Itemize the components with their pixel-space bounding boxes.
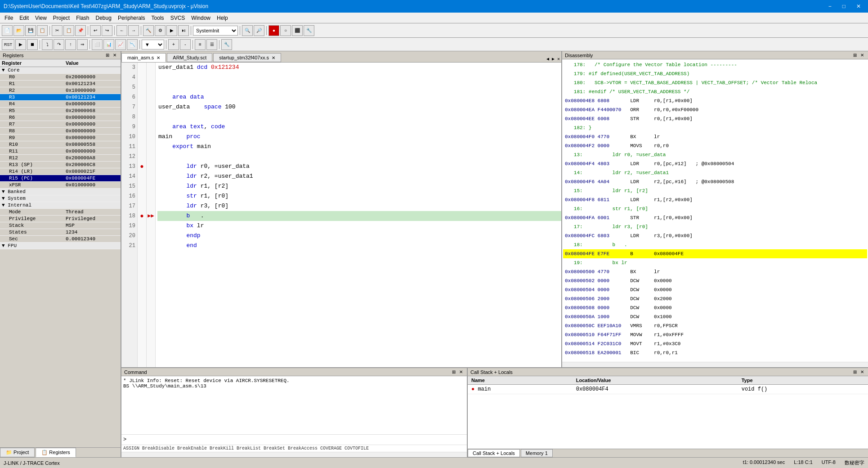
menu-project[interactable]: Project xyxy=(50,14,72,22)
registers-dock-icon[interactable]: ⊞ xyxy=(104,52,111,58)
menu-tools[interactable]: Tools xyxy=(149,14,167,22)
maximize-button[interactable]: □ xyxy=(839,2,849,10)
register-row[interactable]: R60x00000000 xyxy=(0,114,121,121)
runto-btn[interactable]: ⇒ xyxy=(77,39,88,50)
register-row[interactable]: ▼ Internal xyxy=(0,202,121,209)
breakpoint-indicator[interactable] xyxy=(138,181,146,191)
callstack-row[interactable]: ● main0x080004F4void f() xyxy=(468,385,868,394)
menu-view[interactable]: View xyxy=(32,14,49,22)
menu-flash[interactable]: Flash xyxy=(73,14,92,22)
tab-main-asm[interactable]: main_asm.s ✕ xyxy=(121,53,166,62)
breakpoint-indicator[interactable] xyxy=(138,231,146,241)
build-btn[interactable]: 🔨 xyxy=(143,25,154,36)
tab-scroll-left[interactable]: ◀ xyxy=(545,56,550,62)
register-row[interactable]: R50x20000068 xyxy=(0,108,121,114)
disasm-hscroll[interactable] xyxy=(562,362,868,367)
register-row[interactable]: R10x00121234 xyxy=(0,81,121,87)
breakpoint-indicator[interactable] xyxy=(138,82,146,92)
extra2-btn[interactable]: ☰ xyxy=(206,39,217,50)
tab-memory-1[interactable]: Memory 1 xyxy=(521,449,553,457)
search-btn[interactable]: 🔍 xyxy=(242,25,253,36)
wnd4-btn[interactable]: 📉 xyxy=(127,39,138,50)
copy-btn[interactable]: 📋 xyxy=(63,25,74,36)
register-row[interactable]: States1234 xyxy=(0,229,121,236)
breakpoint-indicator[interactable] xyxy=(138,122,146,132)
menu-peripherals[interactable]: Peripherals xyxy=(115,14,148,22)
paste-btn[interactable]: 📌 xyxy=(75,25,86,36)
tab-arm-study[interactable]: ARM_Study.sct xyxy=(167,53,212,62)
tab-callstack-locals[interactable]: Call Stack + Locals xyxy=(468,449,520,457)
breakpoint-indicator[interactable] xyxy=(138,102,146,112)
tab-project[interactable]: 📁 Project xyxy=(0,448,35,457)
disasm-content[interactable]: 178: /* Configure the Vector Table locat… xyxy=(562,59,868,362)
tool-btn[interactable]: 🔧 xyxy=(221,39,232,50)
build2-btn[interactable]: ⚙ xyxy=(155,25,166,36)
register-row[interactable]: R14 (LR)0x0800021F xyxy=(0,168,121,175)
redo-btn[interactable]: ↪ xyxy=(102,25,112,36)
nav-back-btn[interactable]: ← xyxy=(116,25,127,36)
breakpoint-indicator[interactable] xyxy=(138,112,146,122)
register-row[interactable]: StackMSP xyxy=(0,222,121,229)
breakpoint-indicator[interactable]: ● xyxy=(138,211,146,221)
register-row[interactable]: R15 (PC)0x080004FE xyxy=(0,175,121,182)
register-row[interactable]: Sec0.00012340 xyxy=(0,236,121,243)
breakpoint-indicator[interactable] xyxy=(138,142,146,152)
callstack-float-icon[interactable]: ⊞ xyxy=(852,369,858,375)
open-btn[interactable]: 📂 xyxy=(13,25,24,36)
wnd3-btn[interactable]: 📈 xyxy=(115,39,126,50)
zoom-btn[interactable]: + xyxy=(168,39,179,50)
breakpoint-indicator[interactable] xyxy=(138,171,146,181)
code-text-area[interactable]: user_data1 dcd 0x121234 area datauser_da… xyxy=(156,63,561,367)
breakpoint-indicator[interactable] xyxy=(138,63,146,72)
stop-btn[interactable]: ⏹ xyxy=(27,39,38,50)
editor-close[interactable]: ✕ xyxy=(556,56,561,62)
menu-file[interactable]: File xyxy=(2,14,16,22)
run-btn[interactable]: ▶ xyxy=(15,39,26,50)
breakpoint-indicator[interactable] xyxy=(138,72,146,82)
disasm-close-icon[interactable]: ✕ xyxy=(859,52,865,58)
code-editor[interactable]: 3456789101112131415161718192021 ●● ▶▶ us… xyxy=(121,63,561,367)
callstack-close-icon[interactable]: ✕ xyxy=(859,369,865,375)
cmd-hscroll[interactable] xyxy=(121,452,467,457)
zoom2-btn[interactable]: - xyxy=(180,39,191,50)
breakpoint-indicator[interactable]: ● xyxy=(138,162,146,171)
disasm-float-icon[interactable]: ⊞ xyxy=(852,52,858,58)
inspect-btn[interactable]: 🔎 xyxy=(254,25,264,36)
config-btn[interactable]: 🔧 xyxy=(304,25,314,36)
menu-debug[interactable]: Debug xyxy=(93,14,114,22)
breakpoint-indicator[interactable] xyxy=(138,152,146,162)
target-combo[interactable]: SystemInit xyxy=(193,26,238,36)
menu-svcs[interactable]: SVCS xyxy=(168,14,188,22)
register-row[interactable]: R40x00000000 xyxy=(0,101,121,108)
command-close-icon[interactable]: ✕ xyxy=(458,369,464,375)
register-row[interactable]: ▼ Core xyxy=(0,67,121,74)
tab-startup[interactable]: startup_stm32f407xx.s ✕ xyxy=(213,53,281,62)
stepin-btn[interactable]: ⤵ xyxy=(42,39,53,50)
stepout-btn[interactable]: ↑ xyxy=(65,39,76,50)
view-combo[interactable]: ▼ xyxy=(142,40,164,50)
register-row[interactable]: ModeThread xyxy=(0,209,121,216)
tab-startup-close[interactable]: ✕ xyxy=(272,55,275,60)
build3-btn[interactable]: ▶ xyxy=(166,25,177,36)
extra-btn[interactable]: ≡ xyxy=(195,39,206,50)
breakpoint-indicator[interactable] xyxy=(138,221,146,231)
menu-window[interactable]: Window xyxy=(188,14,213,22)
register-row[interactable]: R90x00000000 xyxy=(0,135,121,141)
nav-fwd-btn[interactable]: → xyxy=(128,25,139,36)
close-button[interactable]: ✕ xyxy=(853,2,864,10)
menu-edit[interactable]: Edit xyxy=(17,14,31,22)
menu-help[interactable]: Help xyxy=(214,14,231,22)
new-btn[interactable]: 📄 xyxy=(2,25,13,36)
register-row[interactable]: R120x200000A8 xyxy=(0,155,121,162)
registers-close-icon[interactable]: ✕ xyxy=(112,52,118,58)
rst-btn[interactable]: RST xyxy=(2,39,14,50)
register-row[interactable]: R30x00121234 xyxy=(0,94,121,101)
breakpoint-indicator[interactable] xyxy=(138,201,146,211)
register-row[interactable]: R110x00000000 xyxy=(0,148,121,155)
wnd2-btn[interactable]: 📊 xyxy=(103,39,114,50)
register-row[interactable]: R70x00000000 xyxy=(0,121,121,128)
tab-scroll-right[interactable]: ▶ xyxy=(550,56,556,62)
tab-main-asm-close[interactable]: ✕ xyxy=(157,55,160,60)
register-row[interactable]: PrivilegePrivileged xyxy=(0,216,121,222)
debug-btn[interactable]: ● xyxy=(268,25,279,36)
